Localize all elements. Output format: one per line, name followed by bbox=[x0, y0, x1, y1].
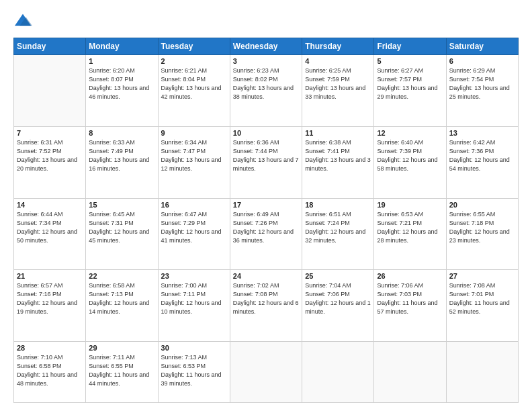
day-number: 26 bbox=[377, 272, 443, 280]
day-number: 17 bbox=[233, 201, 299, 209]
day-detail: Sunrise: 7:10 AMSunset: 6:58 PMDaylight:… bbox=[17, 353, 83, 388]
calendar-cell bbox=[302, 342, 374, 403]
calendar-cell: 23Sunrise: 7:00 AMSunset: 7:11 PMDayligh… bbox=[158, 270, 230, 342]
calendar-day-header: Sunday bbox=[14, 38, 86, 55]
day-detail: Sunrise: 6:58 AMSunset: 7:13 PMDaylight:… bbox=[89, 281, 154, 316]
day-detail: Sunrise: 6:34 AMSunset: 7:47 PMDaylight:… bbox=[161, 138, 227, 173]
calendar-cell bbox=[14, 55, 86, 127]
day-number: 27 bbox=[449, 272, 515, 280]
calendar-cell: 4Sunrise: 6:25 AMSunset: 7:59 PMDaylight… bbox=[302, 55, 374, 127]
calendar-cell: 24Sunrise: 7:02 AMSunset: 7:08 PMDayligh… bbox=[230, 270, 302, 342]
calendar-cell: 10Sunrise: 6:36 AMSunset: 7:44 PMDayligh… bbox=[230, 126, 302, 198]
calendar-cell: 1Sunrise: 6:20 AMSunset: 8:07 PMDaylight… bbox=[86, 55, 158, 127]
day-number: 15 bbox=[89, 201, 154, 209]
day-number: 29 bbox=[89, 344, 154, 352]
day-detail: Sunrise: 7:13 AMSunset: 6:53 PMDaylight:… bbox=[161, 353, 227, 388]
day-number: 21 bbox=[17, 272, 83, 280]
calendar-week-row: 1Sunrise: 6:20 AMSunset: 8:07 PMDaylight… bbox=[14, 55, 519, 127]
day-number: 14 bbox=[17, 201, 83, 209]
day-detail: Sunrise: 6:33 AMSunset: 7:49 PMDaylight:… bbox=[89, 138, 154, 173]
day-detail: Sunrise: 6:21 AMSunset: 8:04 PMDaylight:… bbox=[161, 66, 227, 101]
calendar-day-header: Thursday bbox=[302, 38, 374, 55]
calendar-week-row: 28Sunrise: 7:10 AMSunset: 6:58 PMDayligh… bbox=[14, 342, 519, 403]
page: SundayMondayTuesdayWednesdayThursdayFrid… bbox=[0, 0, 532, 411]
calendar-week-row: 14Sunrise: 6:44 AMSunset: 7:34 PMDayligh… bbox=[14, 198, 519, 270]
calendar-cell: 17Sunrise: 6:49 AMSunset: 7:26 PMDayligh… bbox=[230, 198, 302, 270]
day-number: 23 bbox=[161, 272, 227, 280]
logo bbox=[13, 12, 35, 31]
calendar-cell: 13Sunrise: 6:42 AMSunset: 7:36 PMDayligh… bbox=[446, 126, 518, 198]
calendar-cell: 22Sunrise: 6:58 AMSunset: 7:13 PMDayligh… bbox=[86, 270, 158, 342]
day-number: 1 bbox=[89, 57, 154, 65]
calendar-cell: 16Sunrise: 6:47 AMSunset: 7:29 PMDayligh… bbox=[158, 198, 230, 270]
day-detail: Sunrise: 6:31 AMSunset: 7:52 PMDaylight:… bbox=[17, 138, 83, 173]
day-number: 3 bbox=[233, 57, 299, 65]
day-number: 9 bbox=[161, 129, 227, 137]
day-detail: Sunrise: 7:06 AMSunset: 7:03 PMDaylight:… bbox=[377, 281, 443, 316]
day-detail: Sunrise: 6:38 AMSunset: 7:41 PMDaylight:… bbox=[305, 138, 371, 173]
calendar-cell: 11Sunrise: 6:38 AMSunset: 7:41 PMDayligh… bbox=[302, 126, 374, 198]
calendar-day-header: Monday bbox=[86, 38, 158, 55]
day-number: 5 bbox=[377, 57, 443, 65]
calendar-cell: 25Sunrise: 7:04 AMSunset: 7:06 PMDayligh… bbox=[302, 270, 374, 342]
day-number: 30 bbox=[161, 344, 227, 352]
day-number: 10 bbox=[233, 129, 299, 137]
calendar-cell: 14Sunrise: 6:44 AMSunset: 7:34 PMDayligh… bbox=[14, 198, 86, 270]
calendar-cell: 18Sunrise: 6:51 AMSunset: 7:24 PMDayligh… bbox=[302, 198, 374, 270]
day-detail: Sunrise: 6:29 AMSunset: 7:54 PMDaylight:… bbox=[449, 66, 515, 101]
header bbox=[13, 12, 519, 31]
calendar-day-header: Friday bbox=[374, 38, 446, 55]
calendar-cell: 26Sunrise: 7:06 AMSunset: 7:03 PMDayligh… bbox=[374, 270, 446, 342]
logo-icon bbox=[13, 12, 32, 31]
day-detail: Sunrise: 6:42 AMSunset: 7:36 PMDaylight:… bbox=[449, 138, 515, 173]
day-detail: Sunrise: 6:55 AMSunset: 7:18 PMDaylight:… bbox=[449, 210, 515, 245]
day-detail: Sunrise: 6:25 AMSunset: 7:59 PMDaylight:… bbox=[305, 66, 371, 101]
day-detail: Sunrise: 7:11 AMSunset: 6:55 PMDaylight:… bbox=[89, 353, 154, 388]
calendar-cell: 3Sunrise: 6:23 AMSunset: 8:02 PMDaylight… bbox=[230, 55, 302, 127]
calendar-header-row: SundayMondayTuesdayWednesdayThursdayFrid… bbox=[14, 38, 519, 55]
calendar-cell bbox=[374, 342, 446, 403]
day-number: 20 bbox=[449, 201, 515, 209]
day-number: 11 bbox=[305, 129, 371, 137]
day-detail: Sunrise: 7:02 AMSunset: 7:08 PMDaylight:… bbox=[233, 281, 299, 316]
day-number: 25 bbox=[305, 272, 371, 280]
day-detail: Sunrise: 6:23 AMSunset: 8:02 PMDaylight:… bbox=[233, 66, 299, 101]
day-detail: Sunrise: 6:45 AMSunset: 7:31 PMDaylight:… bbox=[89, 210, 154, 245]
calendar-week-row: 21Sunrise: 6:57 AMSunset: 7:16 PMDayligh… bbox=[14, 270, 519, 342]
calendar-cell: 2Sunrise: 6:21 AMSunset: 8:04 PMDaylight… bbox=[158, 55, 230, 127]
day-number: 7 bbox=[17, 129, 83, 137]
day-detail: Sunrise: 6:53 AMSunset: 7:21 PMDaylight:… bbox=[377, 210, 443, 245]
day-detail: Sunrise: 7:08 AMSunset: 7:01 PMDaylight:… bbox=[449, 281, 515, 316]
calendar-cell: 6Sunrise: 6:29 AMSunset: 7:54 PMDaylight… bbox=[446, 55, 518, 127]
calendar-table: SundayMondayTuesdayWednesdayThursdayFrid… bbox=[13, 38, 519, 403]
calendar-cell: 29Sunrise: 7:11 AMSunset: 6:55 PMDayligh… bbox=[86, 342, 158, 403]
day-detail: Sunrise: 6:20 AMSunset: 8:07 PMDaylight:… bbox=[89, 66, 154, 101]
calendar-cell: 30Sunrise: 7:13 AMSunset: 6:53 PMDayligh… bbox=[158, 342, 230, 403]
day-detail: Sunrise: 6:36 AMSunset: 7:44 PMDaylight:… bbox=[233, 138, 299, 173]
day-number: 6 bbox=[449, 57, 515, 65]
calendar-cell bbox=[230, 342, 302, 403]
calendar-cell: 28Sunrise: 7:10 AMSunset: 6:58 PMDayligh… bbox=[14, 342, 86, 403]
calendar-week-row: 7Sunrise: 6:31 AMSunset: 7:52 PMDaylight… bbox=[14, 126, 519, 198]
day-number: 13 bbox=[449, 129, 515, 137]
day-detail: Sunrise: 7:04 AMSunset: 7:06 PMDaylight:… bbox=[305, 281, 371, 316]
calendar-day-header: Saturday bbox=[446, 38, 518, 55]
calendar-cell: 21Sunrise: 6:57 AMSunset: 7:16 PMDayligh… bbox=[14, 270, 86, 342]
calendar-cell: 5Sunrise: 6:27 AMSunset: 7:57 PMDaylight… bbox=[374, 55, 446, 127]
calendar-cell: 7Sunrise: 6:31 AMSunset: 7:52 PMDaylight… bbox=[14, 126, 86, 198]
day-number: 16 bbox=[161, 201, 227, 209]
day-number: 12 bbox=[377, 129, 443, 137]
day-detail: Sunrise: 6:51 AMSunset: 7:24 PMDaylight:… bbox=[305, 210, 371, 245]
day-number: 22 bbox=[89, 272, 154, 280]
day-detail: Sunrise: 6:40 AMSunset: 7:39 PMDaylight:… bbox=[377, 138, 443, 173]
calendar-day-header: Tuesday bbox=[158, 38, 230, 55]
day-number: 19 bbox=[377, 201, 443, 209]
day-number: 24 bbox=[233, 272, 299, 280]
day-number: 18 bbox=[305, 201, 371, 209]
day-detail: Sunrise: 6:44 AMSunset: 7:34 PMDaylight:… bbox=[17, 210, 83, 245]
calendar-cell bbox=[446, 342, 518, 403]
day-number: 2 bbox=[161, 57, 227, 65]
calendar-cell: 9Sunrise: 6:34 AMSunset: 7:47 PMDaylight… bbox=[158, 126, 230, 198]
day-detail: Sunrise: 6:49 AMSunset: 7:26 PMDaylight:… bbox=[233, 210, 299, 245]
day-detail: Sunrise: 6:57 AMSunset: 7:16 PMDaylight:… bbox=[17, 281, 83, 316]
